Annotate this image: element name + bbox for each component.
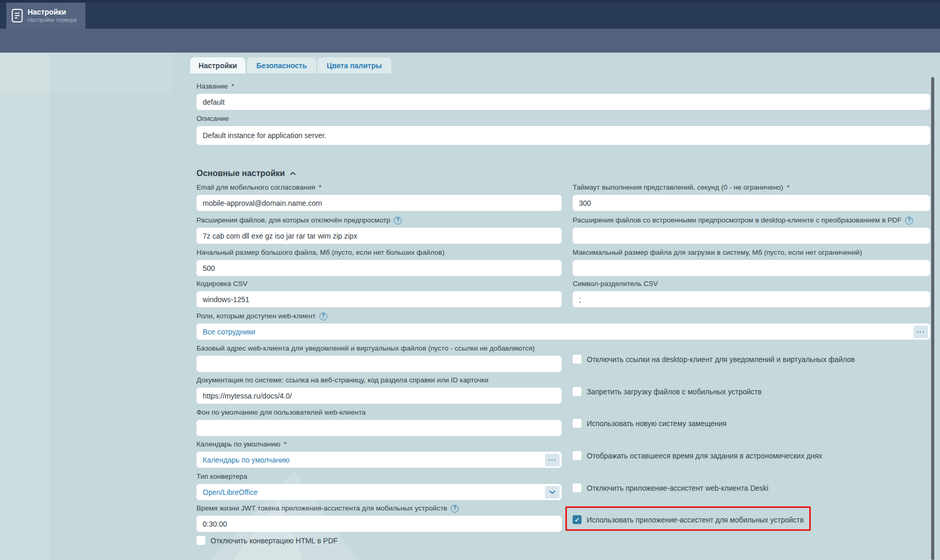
default-background-input[interactable] [196, 420, 562, 436]
field-large-file-size: Начальный размер большого файла, Мб (пус… [196, 248, 562, 276]
required-asterisk: * [787, 183, 789, 192]
wallpaper-patch [0, 53, 172, 94]
large-file-size-input[interactable] [196, 260, 562, 276]
no-preview-extensions-label: Расширения файлов, для которых отключён … [196, 216, 390, 225]
chevron-up-icon [290, 171, 296, 176]
checkbox-forbid-mobile-upload[interactable]: Запретить загрузку файлов с мобильных ус… [573, 387, 762, 396]
field-base-address: Базовый адрес web-клиента для уведомлени… [196, 344, 562, 372]
checkbox-unchecked[interactable] [573, 451, 582, 460]
pdf-preview-extensions-label: Расширения файлов со встроенными предпро… [573, 216, 901, 225]
email-label: Email для мобильного согласования [196, 183, 315, 192]
help-icon[interactable]: ? [905, 217, 913, 225]
checkbox-checked[interactable]: ✓ [573, 515, 582, 524]
description-input[interactable] [196, 126, 930, 145]
window-tab-settings[interactable]: Настройки Настройки сервера [6, 3, 85, 29]
name-label: Название [196, 82, 228, 91]
jwt-lifetime-label: Время жизни JWT токена приложения-ассист… [196, 504, 447, 513]
ellipsis-button[interactable]: ··· [913, 326, 928, 338]
max-file-size-input[interactable] [573, 260, 930, 276]
required-asterisk: * [319, 183, 321, 192]
docs-input[interactable] [196, 388, 562, 404]
csv-separator-input[interactable] [573, 291, 930, 307]
docs-label: Документация по системе: ссылка на веб-с… [196, 376, 488, 384]
no-preview-extensions-input[interactable] [196, 228, 562, 244]
field-view-timeout: Таймаут выполнения представлений, секунд… [573, 183, 930, 211]
checkbox-label: Отображать оставшееся время для задания … [587, 452, 822, 460]
checkbox-unchecked[interactable] [573, 355, 582, 364]
section-main-settings[interactable]: Основные настройки [196, 169, 296, 178]
checkbox-astronomical-days[interactable]: Отображать оставшееся время для задания … [573, 451, 822, 460]
checkbox-label: Запретить загрузку файлов с мобильных ус… [587, 388, 762, 396]
field-email: Email для мобильного согласования * [196, 183, 562, 211]
tab-security[interactable]: Безопасность [247, 57, 316, 73]
checkbox-unchecked[interactable] [196, 536, 205, 545]
field-csv-encoding: Кодировка CSV [196, 280, 562, 307]
field-description: Описание [196, 115, 930, 145]
field-docs: Документация по системе: ссылка на веб-с… [196, 376, 562, 404]
field-default-background: Фон по умолчанию для пользователей web-к… [196, 408, 562, 436]
checkbox-new-substitution[interactable]: Использовать новую систему замещения [573, 419, 726, 428]
field-name: Название * [196, 82, 930, 110]
field-pdf-preview-extensions: Расширения файлов со встроенными предпро… [573, 216, 930, 244]
chevron-down-icon[interactable] [545, 486, 560, 499]
checkbox-label: Отключить ссылки на desktop-клиент для у… [587, 355, 855, 364]
jwt-lifetime-input[interactable] [196, 516, 562, 532]
field-converter-type: Тип конвертера Open/LibreOffice [196, 472, 562, 500]
web-roles-label: Роли, которым доступен web-клиент [196, 312, 316, 320]
top-bar-edge [0, 0, 940, 3]
top-bar: Настройки Настройки сервера [0, 0, 940, 29]
default-calendar-value[interactable]: Календарь по умолчанию [203, 456, 290, 464]
default-calendar-field[interactable]: Календарь по умолчанию ··· [196, 452, 562, 468]
base-address-input[interactable] [196, 356, 562, 372]
base-address-label: Базовый адрес web-клиента для уведомлени… [196, 344, 535, 353]
wallpaper-strip [0, 53, 50, 560]
converter-type-dropdown[interactable]: Open/LibreOffice [196, 484, 562, 500]
checkbox-label: Использовать новую систему замещения [587, 419, 726, 428]
web-roles-field[interactable]: Все сотрудники ··· [196, 323, 930, 340]
description-label: Описание [196, 115, 229, 123]
toolbar-band [0, 29, 940, 53]
name-input[interactable] [196, 94, 930, 110]
checkbox-disable-html-pdf[interactable]: Отключить конвертацию HTML в PDF [196, 536, 338, 545]
csv-encoding-input[interactable] [196, 291, 562, 307]
checkbox-label: Использовать приложение-ассистент для мо… [587, 516, 804, 524]
field-max-file-size: Максимальный размер файла для загрузки в… [573, 248, 930, 276]
checkbox-use-mobile-assistant[interactable]: ✓ Использовать приложение-ассистент для … [573, 515, 804, 524]
ellipsis-button[interactable]: ··· [545, 454, 560, 466]
field-no-preview-extensions: Расширения файлов, для которых отключён … [196, 216, 562, 244]
settings-window: Настройки Настройки сервера Настройки Бе… [0, 0, 940, 560]
checkbox-disable-deski[interactable]: Отключить приложение-ассистент web-клиен… [573, 483, 769, 492]
vertical-scrollbar-thumb[interactable] [931, 77, 934, 560]
converter-type-label: Тип конвертера [196, 472, 248, 481]
view-timeout-label: Таймаут выполнения представлений, секунд… [573, 183, 783, 192]
large-file-size-label: Начальный размер большого файла, Мб (пус… [196, 248, 444, 257]
checkbox-disable-desktop-links[interactable]: Отключить ссылки на desktop-клиент для у… [573, 355, 855, 364]
default-calendar-label: Календарь по умолчанию [196, 440, 280, 449]
tab-settings[interactable]: Настройки [190, 57, 245, 73]
section-title: Основные настройки [196, 169, 285, 178]
window-tab-subtitle: Настройки сервера [28, 17, 77, 23]
field-default-calendar: Календарь по умолчанию * Календарь по ум… [196, 440, 562, 468]
max-file-size-label: Максимальный размер файла для загрузки в… [573, 248, 862, 257]
help-icon[interactable]: ? [394, 217, 402, 225]
web-roles-value[interactable]: Все сотрудники [203, 328, 255, 336]
checkbox-unchecked[interactable] [573, 483, 582, 492]
checkbox-label: Отключить приложение-ассистент web-клиен… [587, 484, 769, 492]
field-jwt-lifetime: Время жизни JWT токена приложения-ассист… [196, 504, 562, 532]
email-input[interactable] [196, 195, 562, 211]
document-icon [11, 8, 23, 23]
view-timeout-input[interactable] [573, 195, 930, 211]
field-web-roles: Роли, которым доступен web-клиент ? Все … [196, 312, 930, 340]
checkbox-label: Отключить конвертацию HTML в PDF [211, 537, 338, 545]
help-icon[interactable]: ? [451, 505, 459, 513]
window-tab-title: Настройки [28, 8, 77, 17]
converter-type-value[interactable]: Open/LibreOffice [203, 488, 258, 496]
checkbox-unchecked[interactable] [573, 419, 582, 428]
checkbox-unchecked[interactable] [573, 387, 582, 396]
pdf-preview-extensions-input[interactable] [573, 228, 930, 244]
tab-palette[interactable]: Цвета палитры [317, 57, 391, 73]
help-icon[interactable]: ? [319, 313, 327, 320]
field-csv-separator: Символ-разделитель CSV [573, 280, 930, 307]
csv-encoding-label: Кодировка CSV [196, 280, 248, 288]
required-asterisk: * [231, 82, 234, 91]
